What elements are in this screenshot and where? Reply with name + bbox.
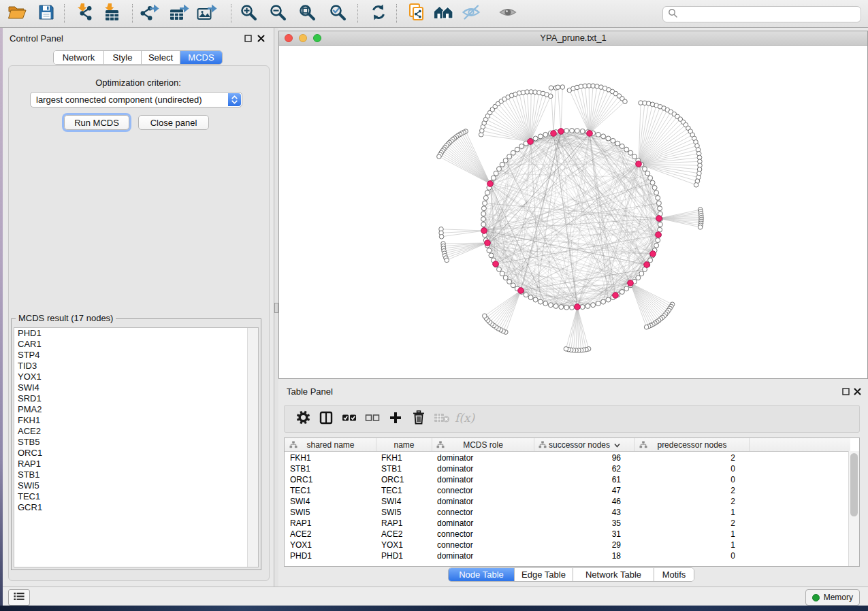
mcds-result-node[interactable]: STB1 — [14, 469, 258, 480]
network-node[interactable] — [628, 150, 633, 155]
network-node[interactable] — [497, 267, 502, 271]
refresh-view-button[interactable] — [365, 2, 392, 25]
network-node[interactable] — [511, 150, 515, 155]
tab-edge-table[interactable]: Edge Table — [515, 568, 573, 581]
network-node[interactable] — [524, 293, 528, 297]
network-node[interactable] — [639, 271, 644, 276]
network-node[interactable] — [606, 136, 611, 141]
mcds-result-node[interactable]: TID3 — [14, 361, 258, 371]
network-hub-node[interactable] — [528, 139, 534, 145]
tab-node-table[interactable]: Node Table — [449, 568, 515, 581]
cell-shared-name[interactable]: SWI4 — [285, 496, 367, 507]
mcds-result-node[interactable]: RAP1 — [14, 459, 258, 469]
network-node[interactable] — [564, 305, 569, 310]
network-node[interactable] — [487, 248, 492, 253]
cell-predecessor-nodes[interactable]: 0 — [635, 463, 740, 474]
zoom-out-button[interactable] — [264, 2, 291, 25]
network-node[interactable] — [601, 134, 606, 139]
cell-MCDS-role[interactable]: dominator — [432, 474, 525, 485]
network-hub-node[interactable] — [650, 251, 656, 257]
network-node[interactable] — [596, 132, 600, 137]
network-node[interactable] — [528, 295, 533, 300]
network-node[interactable] — [533, 297, 538, 302]
cell-successor-nodes[interactable]: 29 — [534, 540, 626, 550]
cell-predecessor-nodes[interactable]: 1 — [635, 507, 740, 518]
network-leaf-node[interactable] — [694, 183, 698, 188]
mcds-result-node[interactable]: FKH1 — [14, 415, 258, 426]
network-hub-node[interactable] — [487, 181, 494, 187]
network-node[interactable] — [591, 303, 596, 308]
column-header-name[interactable]: name — [376, 438, 432, 451]
mcds-result-node[interactable]: CAR1 — [14, 339, 258, 350]
network-node[interactable] — [494, 171, 498, 176]
mcds-result-node[interactable]: GCR1 — [14, 502, 258, 513]
first-neighbors-button[interactable] — [430, 2, 457, 25]
cell-name[interactable]: PHD1 — [376, 550, 423, 561]
table-row-YOX1[interactable]: YOX1YOX1connector291 — [285, 540, 850, 550]
network-node[interactable] — [483, 195, 488, 200]
network-leaf-node[interactable] — [439, 235, 444, 240]
show-all-button[interactable] — [494, 2, 521, 25]
tab-mcds[interactable]: MCDS — [180, 51, 222, 64]
node-table-scrollbar[interactable] — [848, 451, 859, 566]
network-node[interactable] — [489, 253, 494, 258]
network-node[interactable] — [580, 129, 585, 133]
tab-style[interactable]: Style — [104, 51, 142, 64]
cell-predecessor-nodes[interactable]: 2 — [635, 518, 740, 529]
network-node[interactable] — [481, 217, 486, 222]
network-hub-node[interactable] — [558, 129, 564, 135]
network-node[interactable] — [543, 301, 548, 306]
network-node[interactable] — [620, 144, 624, 149]
zoom-fit-button[interactable] — [293, 2, 321, 25]
cell-shared-name[interactable]: SWI5 — [285, 507, 367, 518]
network-node[interactable] — [559, 305, 564, 310]
network-node[interactable] — [656, 238, 660, 243]
network-node[interactable] — [658, 222, 662, 227]
network-canvas[interactable] — [279, 45, 867, 378]
cell-predecessor-nodes[interactable]: 1 — [635, 529, 740, 540]
table-row-ORC1[interactable]: ORC1ORC1dominator610 — [285, 474, 850, 485]
task-history-button[interactable] — [8, 589, 30, 606]
network-node[interactable] — [652, 185, 657, 190]
network-hub-node[interactable] — [628, 280, 634, 286]
cell-shared-name[interactable]: YOX1 — [285, 540, 367, 550]
cell-MCDS-role[interactable]: connector — [432, 540, 525, 550]
mcds-result-node[interactable]: SWI5 — [14, 480, 258, 491]
table-row-TEC1[interactable]: TEC1TEC1connector472 — [285, 485, 850, 496]
network-node[interactable] — [650, 180, 655, 185]
network-node[interactable] — [654, 243, 659, 248]
network-node[interactable] — [575, 129, 579, 133]
table-row-SWI5[interactable]: SWI5SWI5connector431 — [285, 507, 850, 518]
network-node[interactable] — [485, 191, 489, 195]
show-columns-button[interactable] — [315, 408, 338, 430]
cell-predecessor-nodes[interactable]: 1 — [635, 540, 740, 550]
import-network-button[interactable] — [71, 2, 98, 25]
column-header-predecessor-nodes[interactable]: predecessor nodes — [635, 438, 750, 451]
cell-MCDS-role[interactable]: connector — [432, 507, 525, 518]
cell-predecessor-nodes[interactable]: 2 — [635, 452, 740, 463]
network-node[interactable] — [645, 171, 650, 176]
memory-button[interactable]: Memory — [805, 589, 860, 606]
cell-name[interactable]: YOX1 — [376, 540, 423, 550]
save-session-button[interactable] — [33, 2, 60, 25]
cell-shared-name[interactable]: RAP1 — [285, 518, 367, 529]
network-node[interactable] — [481, 222, 486, 227]
cell-MCDS-role[interactable]: dominator — [432, 452, 525, 463]
control-panel-float-button[interactable] — [244, 34, 253, 43]
network-from-selection-button[interactable] — [403, 2, 430, 25]
tab-motifs[interactable]: Motifs — [654, 568, 694, 581]
tab-network[interactable]: Network — [54, 51, 104, 64]
column-settings-gear-button[interactable] — [291, 408, 315, 430]
network-leaf-node[interactable] — [623, 99, 628, 104]
cell-MCDS-role[interactable]: dominator — [432, 463, 525, 474]
network-node[interactable] — [656, 195, 660, 200]
cell-name[interactable]: SWI5 — [376, 507, 423, 518]
control-panel-close-button[interactable] — [257, 34, 266, 43]
network-node[interactable] — [515, 147, 519, 152]
network-node[interactable] — [632, 154, 637, 159]
network-hub-node[interactable] — [518, 288, 524, 294]
network-hub-node[interactable] — [636, 161, 642, 167]
network-window-titlebar[interactable]: YPA_prune.txt_1 — [279, 31, 867, 46]
hide-selected-button[interactable] — [457, 2, 485, 25]
network-hub-node[interactable] — [644, 262, 650, 268]
